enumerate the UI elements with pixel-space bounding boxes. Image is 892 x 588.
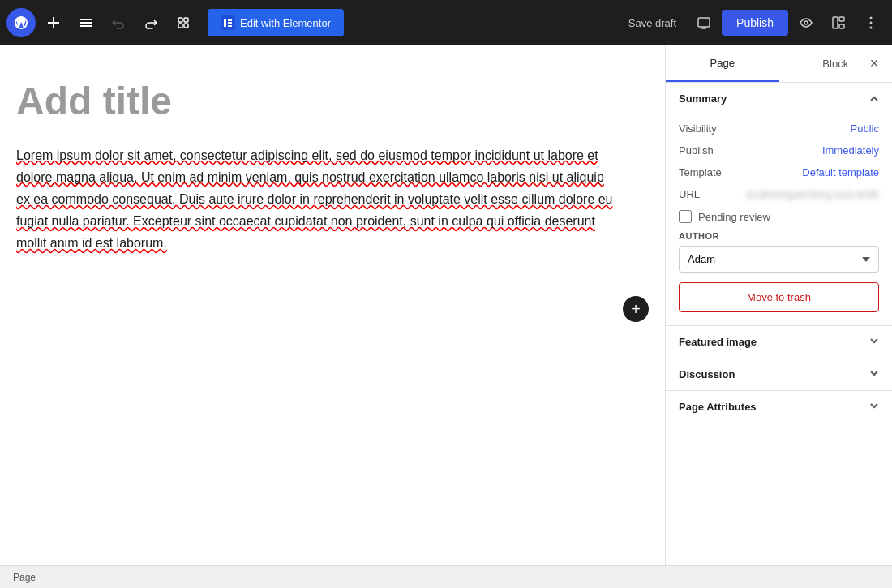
pending-review-checkbox[interactable] — [679, 210, 692, 223]
svg-rect-3 — [178, 18, 182, 22]
template-label: Template — [679, 166, 722, 178]
svg-rect-15 — [839, 24, 844, 28]
author-select[interactable]: Adam Admin — [679, 246, 879, 273]
elementor-btn-label: Edit with Elementor — [240, 17, 331, 29]
template-row: Template Default template — [679, 161, 879, 183]
svg-rect-11 — [698, 18, 710, 27]
svg-rect-2 — [80, 25, 92, 27]
visibility-row: Visibility Public — [679, 118, 879, 139]
page-attributes-chevron — [869, 401, 879, 413]
page-attributes-title: Page Attributes — [679, 401, 757, 413]
visibility-value[interactable]: Public — [851, 122, 879, 135]
url-label: URL — [679, 188, 700, 200]
sidebar-tabs: Page Block × — [666, 45, 892, 83]
view-button[interactable] — [689, 8, 718, 37]
publish-label: Publish — [679, 144, 714, 157]
author-label: AUTHOR — [679, 231, 879, 241]
author-section: AUTHOR Adam Admin — [679, 231, 879, 273]
svg-rect-0 — [80, 19, 92, 20]
block-nav-button[interactable] — [169, 8, 198, 37]
tab-page[interactable]: Page — [666, 45, 779, 82]
move-to-trash-button[interactable]: Move to trash — [679, 282, 879, 312]
status-label: Page — [13, 572, 36, 583]
page-attributes-header[interactable]: Page Attributes — [666, 391, 892, 423]
featured-image-title: Featured image — [679, 336, 757, 348]
visibility-label: Visibility — [679, 122, 717, 135]
svg-rect-1 — [80, 22, 92, 24]
discussion-header[interactable]: Discussion — [666, 358, 892, 390]
publish-button[interactable]: Publish — [722, 10, 788, 36]
content-paragraph[interactable]: Lorem ipsum dolor sit amet, consectetur … — [16, 144, 616, 255]
post-title[interactable]: Add title — [16, 78, 616, 125]
svg-rect-14 — [839, 17, 844, 21]
svg-point-16 — [870, 17, 873, 19]
summary-collapse-btn[interactable] — [869, 94, 879, 104]
template-value[interactable]: Default template — [802, 166, 879, 178]
svg-rect-8 — [228, 19, 232, 21]
url-value: localhost/gutenberg-auto-draft/ — [747, 189, 879, 200]
status-bar: Page — [0, 565, 892, 588]
featured-image-chevron — [869, 336, 879, 348]
svg-rect-7 — [224, 19, 226, 27]
edit-with-elementor-button[interactable]: Edit with Elementor — [208, 9, 344, 36]
svg-point-12 — [804, 21, 808, 24]
summary-section: Summary Visibility Public Publish Immedi… — [666, 83, 892, 326]
svg-rect-9 — [228, 22, 232, 24]
save-draft-button[interactable]: Save draft — [619, 11, 686, 36]
discussion-title: Discussion — [679, 368, 735, 380]
wp-logo[interactable] — [6, 8, 36, 37]
summary-section-header[interactable]: Summary — [666, 83, 892, 114]
elementor-icon — [221, 15, 235, 30]
undo-button[interactable] — [104, 8, 133, 37]
featured-image-header[interactable]: Featured image — [666, 326, 892, 358]
svg-rect-4 — [184, 18, 188, 22]
main-toolbar: Edit with Elementor Save draft Publish — [0, 0, 892, 45]
pending-review-row: Pending review — [679, 205, 879, 228]
svg-rect-10 — [228, 25, 232, 27]
add-block-inline-button[interactable]: + — [623, 296, 649, 322]
sidebar-close-button[interactable]: × — [863, 53, 886, 75]
add-block-button[interactable] — [39, 8, 68, 37]
page-attributes-section: Page Attributes — [666, 391, 892, 423]
summary-content: Visibility Public Publish Immediately Te… — [666, 114, 892, 325]
url-row: URL localhost/gutenberg-auto-draft/ — [679, 183, 879, 205]
main-area: Add title Lorem ipsum dolor sit amet, co… — [0, 45, 892, 565]
discussion-chevron — [869, 368, 879, 380]
svg-rect-13 — [833, 17, 838, 28]
editor-area[interactable]: Add title Lorem ipsum dolor sit amet, co… — [0, 45, 665, 565]
tools-button[interactable] — [71, 8, 101, 37]
featured-image-section: Featured image — [666, 326, 892, 358]
preview-button[interactable] — [791, 8, 821, 37]
publish-value[interactable]: Immediately — [822, 144, 879, 157]
settings-button[interactable] — [824, 8, 853, 37]
pending-review-label[interactable]: Pending review — [698, 211, 770, 223]
more-options-button[interactable] — [856, 8, 886, 37]
svg-rect-5 — [178, 24, 182, 28]
sidebar: Page Block × Summary Visibility Public — [665, 45, 892, 565]
discussion-section: Discussion — [666, 358, 892, 391]
svg-point-17 — [870, 22, 873, 24]
publish-row: Publish Immediately — [679, 139, 879, 161]
svg-rect-6 — [184, 24, 188, 28]
svg-point-18 — [870, 27, 873, 29]
summary-title: Summary — [679, 92, 727, 105]
post-content[interactable]: Lorem ipsum dolor sit amet, consectetur … — [16, 144, 616, 255]
redo-button[interactable] — [136, 8, 165, 37]
